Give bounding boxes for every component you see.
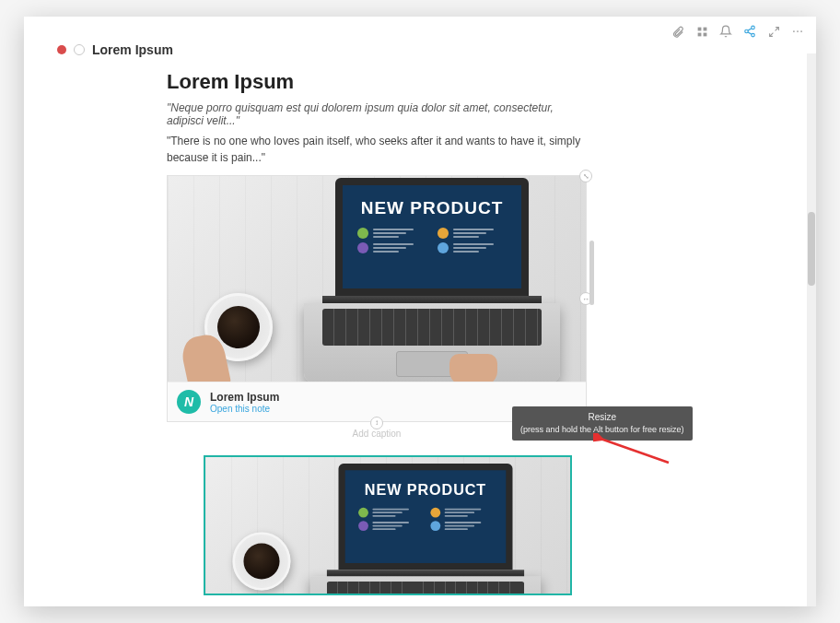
image-block-2[interactable]: NEW PRODUCT <box>204 455 572 595</box>
status-dot-icon <box>57 45 66 54</box>
screen-heading: NEW PRODUCT <box>352 198 512 218</box>
expand-icon[interactable] <box>766 24 781 39</box>
tooltip-subtitle: (press and hold the Alt button for free … <box>520 424 684 436</box>
resize-tooltip: Resize (press and hold the Alt button fo… <box>512 406 693 441</box>
svg-line-10 <box>601 439 669 463</box>
svg-point-6 <box>752 33 755 37</box>
image-content: NEW PRODUCT <box>205 457 570 594</box>
emoji-placeholder-icon[interactable] <box>74 44 85 55</box>
image-block-1[interactable]: NEW PRODUCT N Lorem Ip <box>167 175 587 422</box>
page-title-small: Lorem Ipsum <box>92 42 173 57</box>
svg-rect-1 <box>703 27 706 30</box>
page-title[interactable]: Lorem Ipsum <box>167 70 587 94</box>
hand-icon <box>449 354 497 382</box>
resize-handle-bottom-center[interactable]: ↕ <box>370 417 383 429</box>
svg-point-8 <box>797 30 799 32</box>
open-note-link[interactable]: Open this note <box>210 404 279 414</box>
more-icon[interactable] <box>790 24 805 39</box>
svg-rect-2 <box>697 32 701 36</box>
note-app-icon: N <box>177 390 201 414</box>
bell-icon[interactable] <box>718 24 733 39</box>
resize-handle-top-right[interactable]: ⤡ <box>579 170 592 182</box>
note-title: Lorem Ipsum <box>210 391 279 404</box>
toolbar <box>671 24 805 39</box>
quote-latin[interactable]: "Neque porro quisquam est qui dolorem ip… <box>167 101 587 127</box>
caption-placeholder[interactable]: Add caption <box>353 429 402 439</box>
scrollbar-thumb[interactable] <box>808 212 815 286</box>
attachment-icon[interactable] <box>671 24 685 39</box>
quote-translation[interactable]: "There is no one who loves pain itself, … <box>167 133 587 166</box>
share-icon[interactable] <box>742 24 757 39</box>
svg-point-4 <box>752 26 755 29</box>
grid-icon[interactable] <box>694 24 709 39</box>
screen-heading: NEW PRODUCT <box>354 482 498 500</box>
content-area: Lorem Ipsum "Neque porro quisquam est qu… <box>167 70 587 595</box>
svg-rect-3 <box>703 32 706 36</box>
image-content: NEW PRODUCT <box>168 176 586 382</box>
selection-edge-indicator <box>589 241 594 305</box>
tooltip-title: Resize <box>520 411 684 424</box>
app-window: Lorem Ipsum Lorem Ipsum "Neque porro qui… <box>24 17 816 606</box>
svg-point-9 <box>800 30 802 32</box>
svg-rect-0 <box>697 27 701 30</box>
scrollbar-vertical[interactable] <box>807 53 816 606</box>
svg-point-5 <box>745 29 749 33</box>
svg-point-7 <box>793 30 795 32</box>
laptop-icon: NEW PRODUCT <box>304 178 560 382</box>
